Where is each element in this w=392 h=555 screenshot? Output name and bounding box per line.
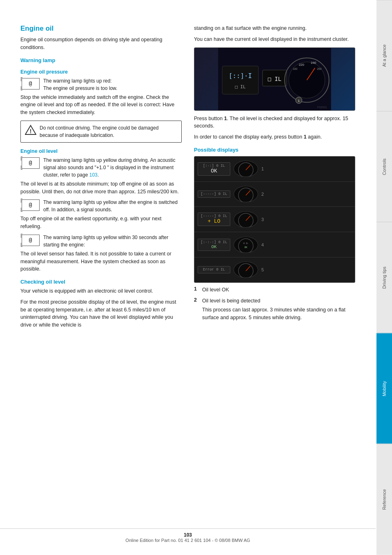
display-row-3: [-·-·-] 0 IL + LO 3	[194, 207, 355, 232]
oil-level-icon-row-1: 🛢 The warning lamp lights up yellow duri…	[20, 157, 182, 179]
display-screen-2: [-·-·-] 0 IL	[198, 190, 230, 198]
svg-text:260: 260	[317, 67, 322, 70]
display-row-1: [:·:] 0 IL OK 1	[194, 157, 355, 182]
cancel-display-text: In order to cancel the display early, pr…	[194, 133, 355, 141]
display-screen-4: [:·:·:] 0 IL OK	[198, 239, 230, 251]
speedo-5	[234, 262, 258, 278]
oil-level-text2: The oil level is at its absolute minimum…	[20, 180, 182, 196]
warning-lamp-title: Warning lamp	[20, 57, 182, 63]
svg-text:□ IL: □ IL	[235, 84, 246, 89]
display-num-4: 4	[261, 242, 265, 247]
oil-pressure-stop-text: Stop the vehicle immediately and switch …	[20, 94, 182, 116]
oil-level-icon-row-3: 🛢 The warning lamp lights up yellow with…	[20, 234, 182, 248]
oil-level-icon-row-2: 🛢 The warning lamp lights up yellow afte…	[20, 199, 182, 213]
display-num-5: 5	[261, 267, 265, 272]
svg-line-21	[246, 190, 250, 195]
svg-text:□ IL: □ IL	[268, 75, 281, 82]
tab-reference[interactable]: Reference	[376, 444, 392, 555]
oil-level-icon-box-1: 🛢	[20, 157, 41, 170]
item-1-text: Oil level OK	[202, 286, 229, 294]
list-item-1: 1 Oil level OK	[194, 286, 355, 294]
caution-box: ! Do not continue driving. The engine co…	[20, 121, 182, 143]
item-2-subtext: This process can last approx. 3 minutes …	[202, 306, 355, 322]
footer: 103 Online Edition for Part no. 01 41 2 …	[0, 528, 376, 543]
item-2-text: Oil level is being detected	[202, 298, 260, 304]
display-row-5: Error 0 IL 5	[194, 257, 355, 282]
svg-text:[::]·I: [::]·I	[229, 72, 252, 80]
svg-text:OK: OK	[244, 246, 247, 248]
speedo-2	[234, 186, 258, 202]
svg-text:0 IL: 0 IL	[243, 242, 248, 244]
oil-can-icon: 🛢	[28, 81, 33, 87]
section-title: Engine oil	[20, 25, 182, 33]
press-button-text: Press button 1. The oil level is checked…	[194, 115, 355, 130]
item-2-content: Oil level is being detected This process…	[202, 297, 355, 322]
caution-text: Do not continue driving. The engine coul…	[40, 124, 177, 139]
page-number: 103	[184, 532, 192, 538]
oil-level-icon-box-3: 🛢	[20, 234, 41, 247]
engine-oil-level-title: Engine oil level	[20, 148, 182, 154]
speedo-1	[234, 161, 258, 177]
display-num-2: 2	[261, 192, 265, 197]
right-column: standing on a flat surface with the engi…	[194, 25, 355, 332]
speedo-3	[234, 211, 258, 228]
caution-triangle-icon: !	[25, 124, 36, 136]
tab-at-a-glance[interactable]: At a glance	[376, 0, 392, 111]
oil-pressure-icon-box: 🛢	[20, 77, 41, 90]
display-screen-1: [:·:] 0 IL OK	[198, 162, 230, 176]
oil-level-text5: The warning lamp lights up yellow within…	[43, 234, 182, 248]
svg-rect-3	[222, 66, 258, 94]
list-item-2: 2 Oil level is being detected This proce…	[194, 297, 355, 322]
main-content: Engine oil Engine oil consumption depend…	[0, 0, 376, 365]
possible-displays-title: Possible displays	[194, 147, 355, 153]
item-2-num: 2	[194, 297, 202, 322]
speedo-4: 0 IL OK	[234, 237, 258, 253]
display-row-4: [:·:·:] 0 IL OK 0 IL OK 4	[194, 232, 355, 257]
side-tabs: At a glance Controls Driving tips Mobili…	[376, 0, 392, 555]
svg-line-28	[246, 266, 250, 271]
svg-text:180: 180	[293, 67, 298, 70]
left-column: Engine oil Engine oil consumption depend…	[20, 25, 182, 332]
oil-can-icon-3: 🛢	[28, 202, 33, 208]
svg-text:220: 220	[299, 63, 305, 67]
svg-text:!: !	[30, 128, 32, 134]
numbered-list: 1 Oil level OK 2 Oil level is being dete…	[194, 286, 355, 322]
possible-displays-image: [:·:] 0 IL OK 1 [-·-·-] 0 IL	[194, 156, 355, 283]
button-number-1: 1	[224, 116, 227, 121]
cancel-button-num: 1	[304, 134, 307, 140]
display-num-1: 1	[261, 166, 265, 171]
engine-oil-pressure-title: Engine oil pressure	[20, 69, 182, 75]
instrument-cluster-image: [::]·I □ IL □ IL 220 240 180 260	[194, 47, 355, 111]
oil-can-icon-4: 🛢	[28, 237, 33, 244]
tab-driving-tips[interactable]: Driving tips	[376, 222, 392, 333]
tab-controls[interactable]: Controls	[376, 111, 392, 222]
oil-level-text6: The oil level sensor has failed. It is n…	[20, 250, 182, 273]
item-1-num: 1	[194, 286, 202, 294]
svg-line-19	[246, 165, 250, 170]
svg-text:1: 1	[298, 99, 300, 103]
svg-line-23	[246, 216, 250, 221]
standing-text: standing on a flat surface with the engi…	[194, 25, 355, 32]
checking-text1: Your vehicle is equipped with an electro…	[20, 287, 182, 295]
display-screen-5: Error 0 IL	[198, 266, 230, 273]
oil-can-icon-2: 🛢	[28, 160, 33, 166]
checking-text2: For the most precise possible display of…	[20, 298, 182, 329]
oil-pressure-text: The warning lamp lights up red: The engi…	[43, 77, 117, 92]
current-level-text: You can have the current oil level displ…	[194, 36, 355, 43]
checking-oil-level-title: Checking oil level	[20, 279, 182, 285]
display-screen-3: [-·-·-] 0 IL + LO	[198, 213, 230, 226]
display-row-2: [-·-·-] 0 IL 2	[194, 182, 355, 207]
oil-level-icon-box-2: 🛢	[20, 199, 41, 212]
oil-level-text1: The warning lamp lights up yellow during…	[43, 157, 182, 179]
display-num-3: 3	[261, 217, 265, 222]
content-columns: Engine oil Engine oil consumption depend…	[20, 25, 355, 332]
oil-level-text4: Top off engine oil at the earliest oppor…	[20, 215, 182, 231]
svg-text:240: 240	[311, 61, 316, 65]
tab-mobility[interactable]: Mobility	[376, 333, 392, 444]
svg-text:P02501: P02501	[317, 106, 327, 109]
footer-text: Online Edition for Part no. 01 41 2 601 …	[125, 538, 250, 543]
oil-pressure-icon-row: 🛢 The warning lamp lights up red: The en…	[20, 77, 182, 92]
oil-level-text3: The warning lamp lights up yellow after …	[43, 199, 182, 213]
section-intro: Engine oil consumption depends on drivin…	[20, 36, 182, 51]
